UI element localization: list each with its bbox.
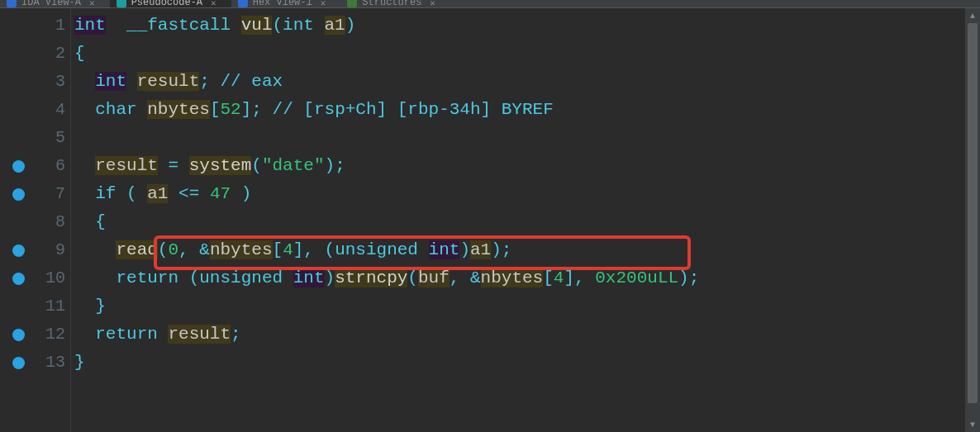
code-line[interactable]: return result; xyxy=(74,320,965,349)
breakpoint-dot-icon[interactable] xyxy=(12,273,25,285)
token-space xyxy=(314,16,325,35)
line-number: 12 xyxy=(36,320,65,349)
token-function-name[interactable]: vul xyxy=(241,16,273,35)
line-number: 10 xyxy=(36,264,65,292)
code-line[interactable]: result = system("date"); xyxy=(74,152,965,180)
scrollbar-track[interactable] xyxy=(965,23,980,417)
scroll-up-icon[interactable]: ▲ xyxy=(965,8,980,23)
tab-icon xyxy=(238,0,248,7)
scrollbar-thumb[interactable] xyxy=(968,23,978,403)
bp-row[interactable] xyxy=(0,96,36,124)
code-line[interactable]: char nbytes[52]; // [rsp+Ch] [rbp-34h] B… xyxy=(74,96,965,124)
token-type: int xyxy=(283,16,314,35)
token-space xyxy=(158,325,169,344)
code-line[interactable]: { xyxy=(74,40,965,68)
token-keyword-unsigned: unsigned xyxy=(199,268,283,287)
token-rparen: ) xyxy=(491,240,502,259)
token-semi: ; xyxy=(231,325,241,344)
token-keyword-int: int xyxy=(293,268,325,287)
breakpoint-gutter[interactable] xyxy=(0,8,36,432)
token-space xyxy=(137,100,148,119)
close-icon[interactable]: ✕ xyxy=(321,0,326,8)
token-indent xyxy=(74,268,116,287)
token-function-call[interactable]: system xyxy=(189,156,252,175)
token-equals: = xyxy=(168,156,178,175)
line-number: 2 xyxy=(36,40,65,68)
bp-row[interactable] xyxy=(0,208,36,236)
tab-structures[interactable]: Structures ✕ xyxy=(340,0,450,7)
token-lbracket: [ xyxy=(210,100,221,119)
token-rparen: ) xyxy=(678,268,689,287)
tab-pseudocode[interactable]: Pseudocode-A ✕ xyxy=(110,0,231,7)
bp-row[interactable] xyxy=(0,152,36,180)
close-icon[interactable]: ✕ xyxy=(211,0,216,8)
bp-row[interactable] xyxy=(0,68,36,96)
tab-label: Hex View-1 xyxy=(253,0,312,8)
close-icon[interactable]: ✕ xyxy=(89,0,95,8)
bp-row[interactable] xyxy=(0,292,36,320)
line-number: 9 xyxy=(36,236,65,264)
code-line[interactable]: { xyxy=(74,208,965,236)
line-number: 5 xyxy=(36,124,65,152)
token-keyword-if: if xyxy=(95,184,116,203)
token-identifier[interactable]: result xyxy=(137,72,200,91)
bp-row[interactable] xyxy=(0,349,36,377)
bp-row[interactable] xyxy=(0,12,36,40)
bp-row[interactable] xyxy=(0,124,36,152)
token-space xyxy=(126,72,137,91)
code-line[interactable]: int __fastcall vul(int a1) xyxy=(74,12,965,40)
line-number: 3 xyxy=(36,68,65,96)
token-keyword-int: int xyxy=(429,240,460,259)
code-line[interactable]: } xyxy=(74,292,965,320)
token-indent xyxy=(74,212,95,231)
token-comment: // eax xyxy=(210,72,283,91)
token-identifier[interactable]: nbytes xyxy=(147,100,210,119)
code-line[interactable]: return (unsigned int)strncpy(buf, &nbyte… xyxy=(74,264,965,292)
token-function-call[interactable]: strncpy xyxy=(335,268,407,287)
token-identifier[interactable]: buf xyxy=(418,268,450,287)
breakpoint-dot-icon[interactable] xyxy=(12,357,25,369)
tab-hex-view[interactable]: Hex View-1 ✕ xyxy=(231,0,341,7)
token-comment: // [rsp+Ch] [rbp-34h] BYREF xyxy=(262,100,554,119)
scroll-down-icon[interactable]: ▼ xyxy=(965,417,980,432)
code-area[interactable]: int __fastcall vul(int a1) { int result;… xyxy=(71,8,965,432)
token-identifier[interactable]: result xyxy=(95,156,158,175)
bp-row[interactable] xyxy=(0,180,36,208)
token-number: 0 xyxy=(168,240,178,259)
tab-ida-view[interactable]: IDA View-A ✕ xyxy=(0,0,110,7)
tab-label: Pseudocode-A xyxy=(131,0,202,8)
token-function-call[interactable]: read xyxy=(116,240,157,259)
token-lbracket: [ xyxy=(543,268,554,287)
token-comma: , xyxy=(574,268,595,287)
code-line[interactable]: int result; // eax xyxy=(74,68,965,96)
token-string: "date" xyxy=(262,156,325,175)
close-icon[interactable]: ✕ xyxy=(430,0,435,8)
code-line[interactable]: } xyxy=(74,349,965,377)
breakpoint-dot-icon[interactable] xyxy=(12,160,25,173)
line-number: 13 xyxy=(36,349,65,377)
token-indent xyxy=(74,156,95,175)
token-identifier[interactable]: nbytes xyxy=(481,268,544,287)
token-identifier[interactable]: a1 xyxy=(147,184,168,203)
token-rbracket: ] xyxy=(293,240,304,259)
bp-row[interactable] xyxy=(0,264,36,292)
token-identifier[interactable]: result xyxy=(168,325,231,344)
bp-row[interactable] xyxy=(0,40,36,68)
breakpoint-dot-icon[interactable] xyxy=(12,188,25,201)
code-line[interactable]: if ( a1 <= 47 ) xyxy=(74,180,965,208)
breakpoint-dot-icon[interactable] xyxy=(12,244,25,257)
token-brace: { xyxy=(74,44,85,63)
token-param[interactable]: a1 xyxy=(325,16,345,35)
token-indent xyxy=(74,325,95,344)
token-identifier[interactable]: nbytes xyxy=(210,240,273,259)
bp-row[interactable] xyxy=(0,236,36,264)
token-space xyxy=(283,268,293,287)
token-comma: , xyxy=(178,240,199,259)
code-line[interactable] xyxy=(74,124,965,152)
bp-row[interactable] xyxy=(0,320,36,349)
line-number-gutter: 1 2 3 4 5 6 7 8 9 10 11 12 13 xyxy=(36,8,71,432)
token-identifier[interactable]: a1 xyxy=(470,240,491,259)
vertical-scrollbar[interactable]: ▲ ▼ xyxy=(965,8,980,432)
code-line[interactable]: read(0, &nbytes[4], (unsigned int)a1); xyxy=(74,236,965,264)
breakpoint-dot-icon[interactable] xyxy=(12,329,25,341)
